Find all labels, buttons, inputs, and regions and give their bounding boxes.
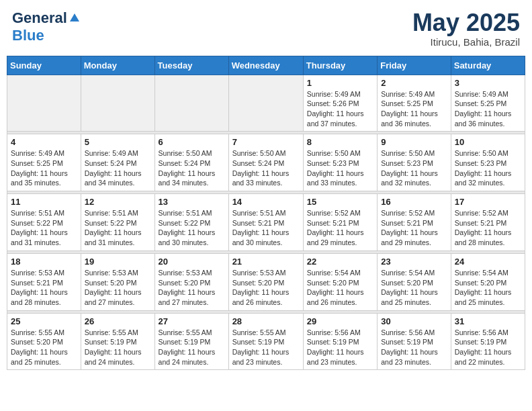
day-number: 16 <box>381 197 447 207</box>
day-info: Sunrise: 5:55 AMSunset: 5:20 PMDaylight:… <box>11 328 77 367</box>
day-info: Sunrise: 5:56 AMSunset: 5:19 PMDaylight:… <box>455 328 521 367</box>
day-info: Sunrise: 5:56 AMSunset: 5:19 PMDaylight:… <box>381 328 447 367</box>
table-row: 12Sunrise: 5:51 AMSunset: 5:22 PMDayligh… <box>81 194 154 251</box>
table-row: 21Sunrise: 5:53 AMSunset: 5:20 PMDayligh… <box>228 253 303 310</box>
col-saturday: Saturday <box>451 56 525 75</box>
col-sunday: Sunday <box>7 56 81 75</box>
calendar-week-row: 11Sunrise: 5:51 AMSunset: 5:22 PMDayligh… <box>7 194 525 251</box>
day-info: Sunrise: 5:49 AMSunset: 5:26 PMDaylight:… <box>307 89 373 129</box>
day-info: Sunrise: 5:51 AMSunset: 5:22 PMDaylight:… <box>85 208 151 248</box>
table-row: 8Sunrise: 5:50 AMSunset: 5:23 PMDaylight… <box>303 134 377 191</box>
day-info: Sunrise: 5:54 AMSunset: 5:20 PMDaylight:… <box>455 268 521 308</box>
logo: General Blue <box>12 9 81 44</box>
page-header: General Blue May 2025 Itirucu, Bahia, Br… <box>7 7 525 50</box>
table-row: 24Sunrise: 5:54 AMSunset: 5:20 PMDayligh… <box>451 253 525 310</box>
table-row: 10Sunrise: 5:50 AMSunset: 5:23 PMDayligh… <box>451 134 525 191</box>
day-info: Sunrise: 5:49 AMSunset: 5:25 PMDaylight:… <box>11 148 77 188</box>
col-wednesday: Wednesday <box>228 56 303 75</box>
table-row: 26Sunrise: 5:55 AMSunset: 5:19 PMDayligh… <box>81 313 154 370</box>
day-info: Sunrise: 5:52 AMSunset: 5:21 PMDaylight:… <box>307 208 373 248</box>
col-thursday: Thursday <box>303 56 377 75</box>
day-number: 12 <box>85 197 151 207</box>
day-number: 8 <box>307 137 373 147</box>
table-row: 22Sunrise: 5:54 AMSunset: 5:20 PMDayligh… <box>303 253 377 310</box>
day-info: Sunrise: 5:53 AMSunset: 5:20 PMDaylight:… <box>159 268 225 308</box>
day-number: 30 <box>381 316 447 326</box>
table-row: 11Sunrise: 5:51 AMSunset: 5:22 PMDayligh… <box>7 194 81 251</box>
day-info: Sunrise: 5:53 AMSunset: 5:21 PMDaylight:… <box>11 268 77 308</box>
day-number: 2 <box>381 78 447 88</box>
calendar-table: Sunday Monday Tuesday Wednesday Thursday… <box>7 56 525 371</box>
logo-icon <box>69 12 81 24</box>
day-number: 5 <box>85 137 151 147</box>
table-row: 13Sunrise: 5:51 AMSunset: 5:22 PMDayligh… <box>154 194 228 251</box>
day-number: 20 <box>159 257 225 267</box>
day-number: 27 <box>159 316 225 326</box>
day-info: Sunrise: 5:52 AMSunset: 5:21 PMDaylight:… <box>381 208 447 248</box>
day-info: Sunrise: 5:51 AMSunset: 5:21 PMDaylight:… <box>232 208 300 248</box>
table-row <box>7 75 81 132</box>
table-row: 14Sunrise: 5:51 AMSunset: 5:21 PMDayligh… <box>228 194 303 251</box>
day-info: Sunrise: 5:50 AMSunset: 5:23 PMDaylight:… <box>381 148 447 188</box>
table-row: 25Sunrise: 5:55 AMSunset: 5:20 PMDayligh… <box>7 313 81 370</box>
day-info: Sunrise: 5:49 AMSunset: 5:24 PMDaylight:… <box>85 148 151 188</box>
table-row <box>154 75 228 132</box>
day-number: 29 <box>307 316 373 326</box>
col-tuesday: Tuesday <box>154 56 228 75</box>
table-row: 29Sunrise: 5:56 AMSunset: 5:19 PMDayligh… <box>303 313 377 370</box>
day-number: 10 <box>455 137 521 147</box>
day-number: 11 <box>11 197 77 207</box>
day-number: 9 <box>381 137 447 147</box>
day-info: Sunrise: 5:51 AMSunset: 5:22 PMDaylight:… <box>159 208 225 248</box>
table-row: 3Sunrise: 5:49 AMSunset: 5:25 PMDaylight… <box>451 75 525 132</box>
title-block: May 2025 Itirucu, Bahia, Brazil <box>412 9 520 48</box>
day-number: 23 <box>381 257 447 267</box>
day-number: 3 <box>455 78 521 88</box>
day-number: 7 <box>232 137 300 147</box>
table-row: 30Sunrise: 5:56 AMSunset: 5:19 PMDayligh… <box>378 313 451 370</box>
day-number: 26 <box>85 316 151 326</box>
day-info: Sunrise: 5:53 AMSunset: 5:20 PMDaylight:… <box>85 268 151 308</box>
day-number: 14 <box>232 197 300 207</box>
table-row: 2Sunrise: 5:49 AMSunset: 5:25 PMDaylight… <box>378 75 451 132</box>
day-info: Sunrise: 5:49 AMSunset: 5:25 PMDaylight:… <box>381 89 447 129</box>
logo-blue-text: Blue <box>12 27 44 44</box>
day-number: 21 <box>232 257 300 267</box>
day-number: 22 <box>307 257 373 267</box>
day-number: 6 <box>159 137 225 147</box>
svg-marker-0 <box>70 13 79 21</box>
day-number: 19 <box>85 257 151 267</box>
day-info: Sunrise: 5:54 AMSunset: 5:20 PMDaylight:… <box>307 268 373 308</box>
day-number: 31 <box>455 316 521 326</box>
table-row: 18Sunrise: 5:53 AMSunset: 5:21 PMDayligh… <box>7 253 81 310</box>
table-row: 23Sunrise: 5:54 AMSunset: 5:20 PMDayligh… <box>378 253 451 310</box>
table-row: 5Sunrise: 5:49 AMSunset: 5:24 PMDaylight… <box>81 134 154 191</box>
day-number: 18 <box>11 257 77 267</box>
day-info: Sunrise: 5:54 AMSunset: 5:20 PMDaylight:… <box>381 268 447 308</box>
calendar-week-row: 4Sunrise: 5:49 AMSunset: 5:25 PMDaylight… <box>7 134 525 191</box>
day-info: Sunrise: 5:55 AMSunset: 5:19 PMDaylight:… <box>85 328 151 367</box>
logo-general-text: General <box>12 9 67 27</box>
day-info: Sunrise: 5:50 AMSunset: 5:23 PMDaylight:… <box>455 148 521 188</box>
col-friday: Friday <box>378 56 451 75</box>
table-row: 28Sunrise: 5:55 AMSunset: 5:19 PMDayligh… <box>228 313 303 370</box>
table-row: 4Sunrise: 5:49 AMSunset: 5:25 PMDaylight… <box>7 134 81 191</box>
table-row: 1Sunrise: 5:49 AMSunset: 5:26 PMDaylight… <box>303 75 377 132</box>
table-row: 9Sunrise: 5:50 AMSunset: 5:23 PMDaylight… <box>378 134 451 191</box>
day-info: Sunrise: 5:52 AMSunset: 5:21 PMDaylight:… <box>455 208 521 248</box>
table-row: 16Sunrise: 5:52 AMSunset: 5:21 PMDayligh… <box>378 194 451 251</box>
calendar-header-row: Sunday Monday Tuesday Wednesday Thursday… <box>7 56 525 75</box>
calendar-location: Itirucu, Bahia, Brazil <box>412 36 520 48</box>
table-row: 20Sunrise: 5:53 AMSunset: 5:20 PMDayligh… <box>154 253 228 310</box>
calendar-week-row: 18Sunrise: 5:53 AMSunset: 5:21 PMDayligh… <box>7 253 525 310</box>
day-info: Sunrise: 5:50 AMSunset: 5:24 PMDaylight:… <box>232 148 300 188</box>
table-row: 31Sunrise: 5:56 AMSunset: 5:19 PMDayligh… <box>451 313 525 370</box>
day-info: Sunrise: 5:50 AMSunset: 5:24 PMDaylight:… <box>159 148 225 188</box>
day-info: Sunrise: 5:55 AMSunset: 5:19 PMDaylight:… <box>159 328 225 367</box>
day-number: 4 <box>11 137 77 147</box>
day-info: Sunrise: 5:56 AMSunset: 5:19 PMDaylight:… <box>307 328 373 367</box>
day-number: 28 <box>232 316 300 326</box>
table-row: 19Sunrise: 5:53 AMSunset: 5:20 PMDayligh… <box>81 253 154 310</box>
table-row: 6Sunrise: 5:50 AMSunset: 5:24 PMDaylight… <box>154 134 228 191</box>
table-row: 17Sunrise: 5:52 AMSunset: 5:21 PMDayligh… <box>451 194 525 251</box>
